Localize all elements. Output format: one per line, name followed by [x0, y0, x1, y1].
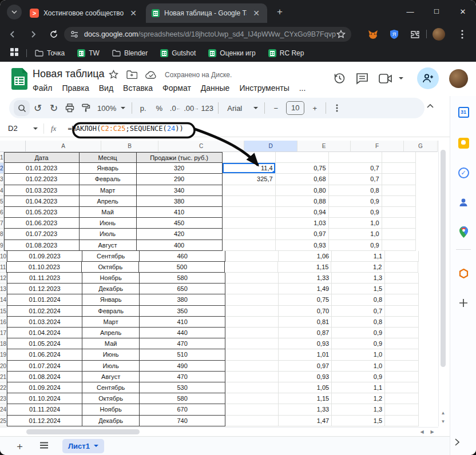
row-header-14[interactable]: 14	[0, 294, 7, 305]
column-header-D[interactable]: D	[244, 141, 298, 152]
decrease-font-size-button[interactable]: −	[268, 100, 284, 116]
cell-F2[interactable]: 0,7	[329, 163, 382, 174]
cell-A11[interactable]: 01.10.2023	[6, 262, 82, 273]
search-menus-icon[interactable]	[14, 100, 30, 116]
cell-E16[interactable]: 0,81	[279, 317, 332, 328]
scroll-left-icon[interactable]: ◀	[418, 428, 426, 436]
cell-F12[interactable]: 1,3	[332, 273, 385, 284]
cell-D18[interactable]	[225, 338, 279, 349]
cell-F24[interactable]: 1,3	[332, 404, 385, 415]
cell-A23[interactable]: 01.10.2024	[7, 393, 82, 404]
cell-C13[interactable]: 650	[140, 284, 225, 294]
cell-B19[interactable]: Июнь	[82, 349, 140, 360]
cell-E19[interactable]: 1,01	[279, 349, 332, 360]
document-title[interactable]: Новая таблица	[33, 68, 105, 80]
cell-D3[interactable]: 325,7	[223, 174, 276, 185]
cell-A25[interactable]: 01.12.2024	[7, 416, 82, 426]
scroll-down-icon[interactable]: ▼	[439, 418, 447, 426]
profile-avatar[interactable]	[433, 28, 445, 41]
cell-B15[interactable]: Февраль	[82, 306, 140, 317]
cell-C17[interactable]: 440	[140, 328, 225, 338]
cell-B8[interactable]: Июль	[80, 229, 137, 240]
cell-A9[interactable]: 01.08.2023	[4, 240, 80, 251]
back-icon[interactable]	[6, 27, 19, 41]
increase-decimal-button[interactable]: .00→	[183, 100, 199, 116]
cell-E5[interactable]: 0,88	[276, 196, 329, 207]
cell-D13[interactable]	[225, 284, 279, 294]
tab-close-icon[interactable]: ✕	[128, 9, 138, 18]
cell-C12[interactable]: 580	[140, 273, 225, 284]
cell-E3[interactable]: 0,68	[276, 174, 329, 185]
maximize-button[interactable]: ☐	[423, 0, 450, 23]
cell-D9[interactable]	[223, 240, 276, 251]
cell-G15[interactable]	[385, 306, 419, 317]
cell-G7[interactable]	[382, 218, 416, 229]
row-header-12[interactable]: 12	[0, 273, 7, 284]
get-addons-plus-icon[interactable]	[458, 297, 469, 309]
increase-font-size-button[interactable]: +	[307, 100, 323, 116]
cell-D21[interactable]	[225, 372, 279, 382]
cell-E8[interactable]: 0,97	[276, 229, 329, 240]
cell-F11[interactable]: 1,2	[331, 262, 384, 273]
cell-F19[interactable]: 1,0	[332, 349, 385, 360]
tasks-icon[interactable]: ✓	[458, 167, 469, 178]
cell-F21[interactable]: 0,9	[332, 372, 385, 382]
cell-G11[interactable]	[384, 262, 418, 273]
cell-A1[interactable]: Дата	[4, 152, 80, 163]
cell-C6[interactable]: 410	[137, 207, 223, 218]
cell-C24[interactable]: 670	[140, 404, 225, 415]
cell-G24[interactable]	[385, 404, 419, 415]
cell-B23[interactable]: Октябрь	[82, 393, 140, 404]
account-avatar[interactable]	[449, 69, 468, 88]
maps-icon[interactable]	[458, 226, 469, 238]
redo-icon[interactable]: ↻	[46, 100, 62, 116]
version-history-icon[interactable]	[333, 72, 346, 85]
cell-E20[interactable]: 0,97	[279, 361, 332, 372]
keep-icon[interactable]	[458, 137, 469, 149]
cell-D10[interactable]	[225, 251, 279, 262]
row-header-23[interactable]: 23	[0, 393, 7, 404]
cell-G13[interactable]	[385, 284, 419, 294]
cell-B24[interactable]: Ноябрь	[82, 404, 140, 415]
row-header-13[interactable]: 13	[0, 284, 7, 294]
cell-B20[interactable]: Июль	[82, 361, 140, 372]
cell-F18[interactable]: 0,9	[332, 338, 385, 349]
cell-E2[interactable]: 0,75	[276, 163, 329, 174]
cell-F14[interactable]: 0,8	[332, 294, 385, 305]
cell-C15[interactable]: 350	[140, 306, 225, 317]
cell-F1[interactable]	[329, 152, 382, 163]
select-all-corner[interactable]	[0, 141, 26, 152]
cell-D19[interactable]	[225, 349, 279, 360]
undo-icon[interactable]: ↺	[30, 100, 46, 116]
cell-G10[interactable]	[385, 251, 419, 262]
cell-B17[interactable]: Апрель	[82, 328, 140, 338]
cell-F17[interactable]: 0,9	[332, 328, 385, 338]
hide-menus-chevron-icon[interactable]	[427, 102, 434, 110]
row-header-15[interactable]: 15	[0, 306, 7, 317]
paint-format-icon[interactable]	[78, 100, 94, 116]
cell-C18[interactable]: 470	[140, 338, 225, 349]
share-button[interactable]	[417, 67, 439, 89]
cell-F23[interactable]: 1,2	[332, 393, 385, 404]
cell-B4[interactable]: Март	[80, 185, 137, 196]
cell-G19[interactable]	[385, 349, 419, 360]
vertical-scrollbar-thumb[interactable]	[441, 150, 446, 367]
browser-tab-sheets[interactable]: Новая таблица - Google Табли ✕	[146, 3, 267, 23]
cell-D20[interactable]	[225, 361, 279, 372]
cell-A7[interactable]: 01.06.2023	[4, 218, 80, 229]
cell-A8[interactable]: 01.07.2023	[4, 229, 80, 240]
row-header-11[interactable]: 11	[0, 262, 6, 273]
column-header-A[interactable]: A	[26, 141, 101, 152]
cell-D16[interactable]	[225, 317, 279, 328]
decrease-decimal-button[interactable]: .0←	[167, 100, 183, 116]
cell-F9[interactable]: 0,9	[329, 240, 382, 251]
cell-F25[interactable]: 1,5	[332, 416, 385, 426]
cell-E18[interactable]: 0,93	[279, 338, 332, 349]
cell-C9[interactable]: 400	[137, 240, 223, 251]
cell-B10[interactable]: Сентябрь	[82, 251, 140, 262]
cell-C4[interactable]: 340	[137, 185, 223, 196]
cell-C3[interactable]: 290	[137, 174, 223, 185]
menu-Вид[interactable]: Вид	[99, 83, 113, 93]
add-sheet-button[interactable]: ＋	[15, 440, 25, 453]
cell-F16[interactable]: 0,8	[332, 317, 385, 328]
